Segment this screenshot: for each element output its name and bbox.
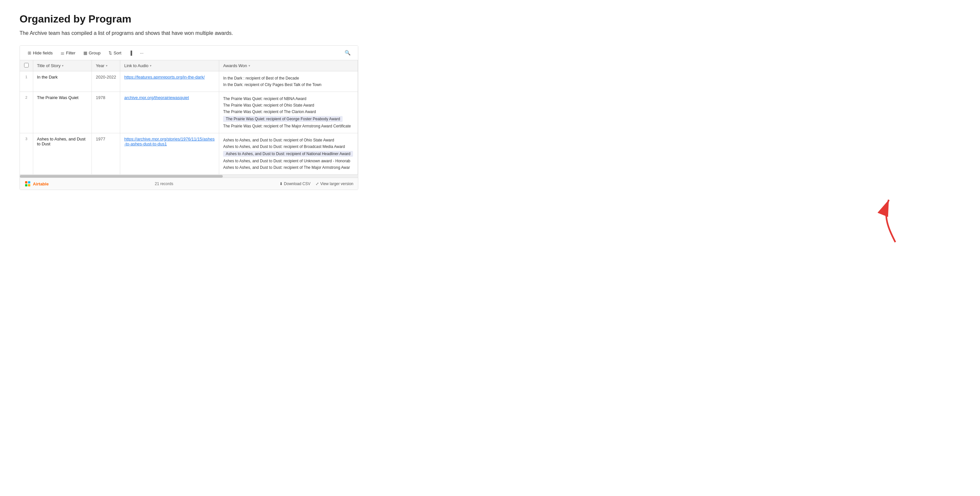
view-larger-button[interactable]: ⤢ View larger version [316,182,353,186]
columns-button[interactable]: ▐ [126,49,135,57]
awards-cell: The Prairie Was Quiet: recipient of NBNA… [219,92,358,133]
search-button[interactable]: 🔍 [342,48,353,57]
col-awards-label: Awards Won [223,63,247,68]
story-title-cell: The Prairie Was Quiet [33,92,92,133]
award-badge: Ashes to Ashes, and Dust to Dust: recipi… [223,144,354,150]
more-button[interactable]: ··· [137,49,147,57]
red-arrow-svg [869,196,908,249]
scrollbar-thumb[interactable] [20,175,223,178]
group-label: Group [89,51,101,56]
table-row: 1In the Dark2020-2022https://features.ap… [20,71,358,92]
svg-rect-0 [25,181,27,183]
row-checkbox-cell: 1 [20,71,33,92]
hide-fields-button[interactable]: ⊞ Hide fields [24,49,56,57]
row-checkbox-cell: 2 [20,92,33,133]
col-year-label: Year [96,63,104,68]
search-icon: 🔍 [345,50,351,56]
audio-link[interactable]: https://archive.mpr.org/stories/1976/11/… [124,137,215,146]
filter-icon: ⚌ [60,51,65,56]
group-icon: ▦ [83,51,87,56]
awards-cell: Ashes to Ashes, and Dust to Dust: recipi… [219,133,358,175]
award-badge: The Prairie Was Quiet: recipient of The … [223,123,354,129]
table-row: 2The Prairie Was Quiet1978archive.mpr.or… [20,92,358,133]
group-button[interactable]: ▦ Group [80,49,104,57]
filter-button[interactable]: ⚌ Filter [57,49,79,57]
more-icon: ··· [140,51,144,56]
award-badge: Ashes to Ashes, and Dust to Dust: recipi… [223,151,353,157]
col-header-link: Link to Audio ▾ [120,60,219,71]
airtable-logo-icon [24,180,31,187]
table-footer: Airtable 21 records ⬇ Download CSV ⤢ Vie… [20,178,358,190]
year-cell: 1977 [92,133,120,175]
col-link-sort-icon: ▾ [150,64,151,67]
award-badge: The Prairie Was Quiet: recipient of NBNA… [223,96,354,102]
horizontal-scrollbar[interactable] [20,174,358,178]
columns-icon: ▐ [129,51,132,56]
page-subtitle: The Archive team has compiled a list of … [19,30,961,36]
sort-icon: ⇅ [108,51,112,56]
row-checkbox-cell: 3 [20,133,33,175]
col-link-label: Link to Audio [124,63,148,68]
page-title: Organized by Program [19,13,961,25]
col-title-label: Title of Story [37,63,60,68]
svg-rect-2 [25,184,27,187]
checkbox-header [20,60,33,71]
hide-fields-label: Hide fields [33,51,53,56]
expand-icon: ⤢ [316,182,319,186]
col-year-sort-icon: ▾ [106,64,108,67]
link-cell: https://features.apmreports.org/in-the-d… [120,71,219,92]
table-container: Title of Story ▾ Year ▾ Link to Audio [20,60,358,174]
data-table: Title of Story ▾ Year ▾ Link to Audio [20,60,358,174]
footer-actions: ⬇ Download CSV ⤢ View larger version [280,182,353,186]
col-awards-sort-icon: ▾ [248,64,250,67]
story-title-cell: In the Dark [33,71,92,92]
toolbar: ⊞ Hide fields ⚌ Filter ▦ Group ⇅ Sort ▐ … [20,46,358,60]
award-badge: Ashes to Ashes, and Dust to Dust: recipi… [223,158,354,164]
view-larger-label: View larger version [320,182,353,186]
download-icon: ⬇ [280,182,283,186]
audio-link[interactable]: archive.mpr.org/theprairiewasquiet [124,95,215,100]
audio-link[interactable]: https://features.apmreports.org/in-the-d… [124,75,215,80]
sort-button[interactable]: ⇅ Sort [105,49,125,57]
link-cell: https://archive.mpr.org/stories/1976/11/… [120,133,219,175]
select-all-checkbox[interactable] [24,63,29,67]
link-cell: archive.mpr.org/theprairiewasquiet [120,92,219,133]
col-header-title: Title of Story ▾ [33,60,92,71]
hide-fields-icon: ⊞ [28,51,31,56]
award-badge: The Prairie Was Quiet: recipient of The … [223,109,354,115]
col-header-awards: Awards Won ▾ [219,60,358,71]
award-badge: Ashes to Ashes, and Dust to Dust: recipi… [223,164,354,171]
story-title-cell: Ashes to Ashes, and Dust to Dust [33,133,92,175]
awards-cell: In the Dark : recipient of Best of the D… [219,71,358,92]
table-header-row: Title of Story ▾ Year ▾ Link to Audio [20,60,358,71]
download-csv-label: Download CSV [284,182,310,186]
airtable-brand: Airtable [24,180,49,187]
table-row: 3Ashes to Ashes, and Dust to Dust1977htt… [20,133,358,175]
svg-rect-1 [28,181,30,183]
col-header-year: Year ▾ [92,60,120,71]
airtable-embed: ⊞ Hide fields ⚌ Filter ▦ Group ⇅ Sort ▐ … [19,45,358,190]
download-csv-button[interactable]: ⬇ Download CSV [280,182,310,186]
award-badge: Ashes to Ashes, and Dust to Dust: recipi… [223,137,354,143]
sort-label: Sort [114,51,121,56]
award-badge: The Prairie Was Quiet: recipient of Geor… [223,116,343,122]
col-title-sort-icon: ▾ [62,64,64,67]
year-cell: 1978 [92,92,120,133]
airtable-brand-name: Airtable [33,182,49,187]
year-cell: 2020-2022 [92,71,120,92]
award-badge: In the Dark: recipient of City Pages Bes… [223,82,354,88]
award-badge: In the Dark : recipient of Best of the D… [223,75,354,81]
filter-label: Filter [66,51,76,56]
arrow-annotation [19,196,961,249]
table-body: 1In the Dark2020-2022https://features.ap… [20,71,358,175]
award-badge: The Prairie Was Quiet: recipient of Ohio… [223,102,354,108]
records-count: 21 records [155,182,173,186]
svg-rect-3 [28,184,30,187]
